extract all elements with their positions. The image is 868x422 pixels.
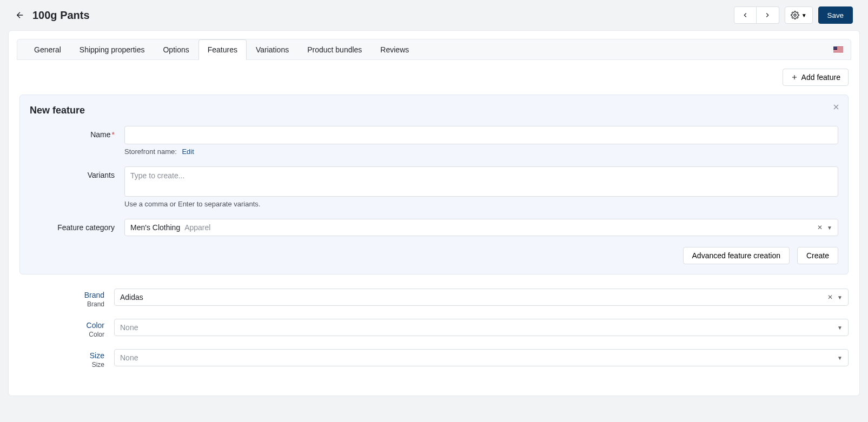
save-button[interactable]: Save [818, 6, 853, 24]
prev-button[interactable] [734, 6, 757, 24]
chevron-left-icon [741, 11, 749, 19]
create-button[interactable]: Create [797, 247, 838, 264]
tab-general[interactable]: General [25, 39, 70, 60]
caret-down-icon: ▼ [801, 12, 807, 18]
chevron-right-icon [764, 11, 771, 19]
tab-reviews[interactable]: Reviews [371, 39, 418, 60]
tab-variations[interactable]: Variations [247, 39, 298, 60]
variants-input[interactable]: Type to create... [124, 166, 838, 197]
tab-shipping-properties[interactable]: Shipping properties [70, 39, 154, 60]
gear-icon [791, 11, 799, 19]
next-button[interactable] [757, 6, 779, 24]
nav-prev-next-group [734, 6, 779, 24]
feature-category-select[interactable]: Men's Clothing Apparel ✕ ▼ [124, 219, 838, 236]
chevron-down-icon: ▼ [837, 325, 843, 331]
feature-select-color[interactable]: None▼ [114, 319, 849, 336]
arrow-left-icon [15, 10, 25, 20]
add-feature-label: Add feature [801, 73, 840, 82]
plus-icon [791, 73, 798, 81]
close-icon [832, 103, 840, 111]
feature-label-sub: Size [19, 361, 104, 369]
svg-point-0 [794, 14, 796, 16]
feature-label-link-size[interactable]: Size [19, 351, 104, 360]
chevron-down-icon: ▼ [827, 225, 832, 231]
page-header: 100g Pants ▼ Save [0, 0, 868, 30]
tab-product-bundles[interactable]: Product bundles [298, 39, 371, 60]
clear-value-icon[interactable]: ✕ [827, 293, 833, 301]
tabs-container: GeneralShipping propertiesOptionsFeature… [25, 39, 418, 59]
feature-label-link-color[interactable]: Color [19, 321, 104, 330]
name-input[interactable] [124, 126, 838, 144]
edit-storefront-name-link[interactable]: Edit [182, 148, 194, 156]
feature-value: None [120, 353, 138, 362]
features-list: BrandBrandAdidas✕▼ColorColorNone▼SizeSiz… [19, 289, 849, 369]
page-title: 100g Pants [32, 9, 90, 22]
variants-hint: Use a comma or Enter to separate variant… [124, 200, 838, 208]
new-feature-panel: New feature Name* Storefront name: Edit … [19, 95, 849, 274]
chevron-down-icon: ▼ [837, 355, 843, 361]
chevron-down-icon: ▼ [837, 294, 843, 300]
language-flag-us[interactable] [833, 46, 843, 53]
tabs-row: GeneralShipping propertiesOptionsFeature… [17, 39, 851, 60]
tab-features[interactable]: Features [198, 39, 247, 60]
feature-select-brand[interactable]: Adidas✕▼ [114, 289, 849, 306]
back-button[interactable] [15, 10, 25, 20]
add-feature-button[interactable]: Add feature [783, 69, 849, 86]
main-card: GeneralShipping propertiesOptionsFeature… [8, 30, 860, 396]
panel-title: New feature [30, 105, 838, 116]
feature-label-sub: Brand [19, 300, 104, 308]
variants-label: Variants [30, 166, 124, 179]
close-panel-button[interactable] [832, 103, 840, 113]
feature-value: Adidas [120, 293, 143, 302]
feature-row-color: ColorColorNone▼ [19, 319, 849, 338]
feature-label-sub: Color [19, 331, 104, 338]
clear-category-icon[interactable]: ✕ [817, 224, 823, 231]
name-label: Name* [30, 126, 124, 139]
feature-row-brand: BrandBrandAdidas✕▼ [19, 289, 849, 308]
feature-row-size: SizeSizeNone▼ [19, 349, 849, 369]
category-value: Men's Clothing [130, 223, 180, 232]
feature-label-link-brand[interactable]: Brand [19, 291, 104, 299]
settings-dropdown-button[interactable]: ▼ [785, 6, 813, 24]
feature-select-size[interactable]: None▼ [114, 349, 849, 366]
feature-category-label: Feature category [30, 219, 124, 232]
category-parent: Apparel [184, 223, 210, 232]
tab-options[interactable]: Options [154, 39, 198, 60]
storefront-name-label: Storefront name: [124, 148, 177, 156]
feature-value: None [120, 323, 138, 332]
advanced-feature-creation-button[interactable]: Advanced feature creation [683, 247, 790, 264]
